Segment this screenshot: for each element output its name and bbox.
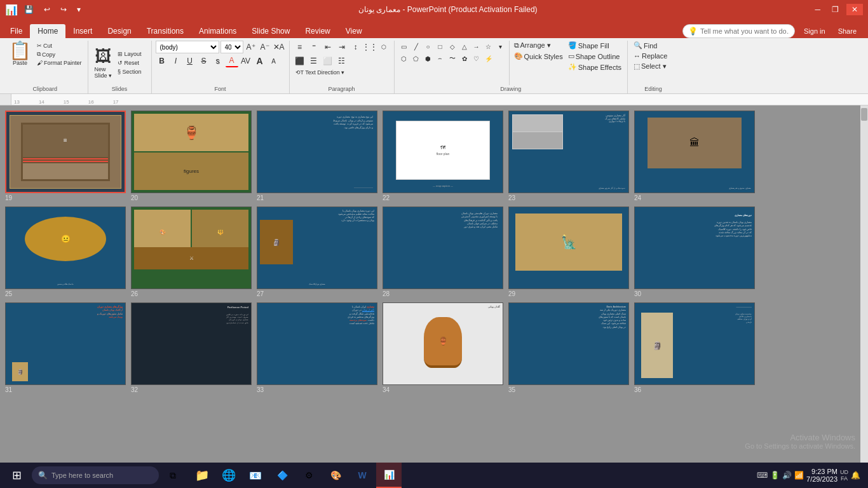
arc-shape[interactable]: ⌢ — [435, 53, 446, 64]
slide-thumb-35[interactable]: Doric Architecture معماری دوریک یکی از س… — [508, 302, 629, 393]
slide-thumb-27[interactable]: این دوره معماری یونان باستان با ساخت معا… — [257, 207, 377, 297]
slide-thumb-33[interactable]: معماری ایران باستان با تأثیر از یونان در… — [257, 302, 377, 393]
tab-transitions[interactable]: Transitions — [139, 24, 191, 38]
shape-outline-button[interactable]: ▭ Shape Outline — [566, 51, 623, 61]
triangle-shape[interactable]: △ — [459, 41, 470, 52]
taskbar-app-settings[interactable]: ⚙ — [296, 463, 322, 488]
bullets-button[interactable]: ≡ — [294, 41, 306, 53]
font-size-select[interactable]: 40 — [220, 41, 243, 53]
numbering-button[interactable]: ⁼ — [308, 41, 320, 53]
tab-slideshow[interactable]: Slide Show — [244, 24, 297, 38]
start-button[interactable]: ⊞ — [3, 463, 31, 488]
taskbar-app-bluetooth[interactable]: 🔷 — [269, 463, 295, 488]
more-shapes[interactable]: ▾ — [495, 41, 506, 52]
tell-me-box[interactable]: 💡 — [682, 24, 795, 38]
font-color-button[interactable]: A — [226, 55, 238, 67]
tab-review[interactable]: Review — [297, 24, 337, 38]
copy-button[interactable]: ⧉ Copy — [35, 50, 84, 58]
justify-button[interactable]: ☷ — [336, 55, 348, 67]
slide-thumb-30[interactable]: دوره‌های معماری معماری یونان باستان به چ… — [634, 207, 755, 297]
shadow-button[interactable]: s — [212, 55, 224, 67]
search-bar[interactable]: 🔍 Type here to search — [32, 466, 159, 484]
tell-me-input[interactable] — [700, 27, 789, 35]
slide-thumb-28[interactable]: معماری دوران هلنیستی یونان باستان با توس… — [383, 207, 503, 297]
strikethrough-button[interactable]: S — [198, 55, 210, 67]
taskbar-app-fileexplorer[interactable]: 📁 — [189, 463, 215, 488]
format-painter-button[interactable]: 🖌 Format Painter — [35, 59, 84, 67]
slide-thumb-24[interactable]: 🏛 معماری مینوی و هنر معماری 24 — [634, 111, 755, 201]
underline-button[interactable]: U — [184, 55, 196, 67]
minimize-button[interactable]: ─ — [811, 4, 824, 15]
align-center-button[interactable]: ☰ — [308, 55, 320, 67]
slide-thumb-25[interactable]: 😐 ماسک طلایی میسن 25 — [5, 207, 126, 297]
shape-effects-button[interactable]: ✨ Shape Effects — [566, 62, 623, 72]
align-right-button[interactable]: ⬜ — [322, 55, 334, 67]
arrange-button[interactable]: ⧉ Arrange ▾ — [512, 41, 565, 50]
clear-formatting-button[interactable]: ✕A — [273, 41, 285, 53]
arrow-shape[interactable]: → — [471, 41, 482, 52]
sign-in-button[interactable]: Sign in — [800, 26, 829, 36]
increase-font-size-button[interactable]: A⁺ — [245, 41, 257, 53]
char-spacing-button[interactable]: AV — [240, 55, 252, 67]
reset-button[interactable]: ↺ Reset — [116, 59, 144, 67]
paste-button[interactable]: 📋 Paste — [6, 41, 34, 67]
bold-button[interactable]: B — [156, 55, 168, 67]
tab-animations[interactable]: Animations — [191, 24, 244, 38]
slide-thumb-21[interactable]: این نوع معماری به نوع معماری دوره مینوسی… — [257, 111, 377, 201]
qat-redo[interactable]: ↪ — [57, 4, 71, 15]
close-button[interactable]: ✕ — [846, 4, 863, 15]
slide-thumb-20[interactable]: 🏺 figures 20 — [131, 111, 252, 201]
cut-button[interactable]: ✂ Cut — [35, 42, 84, 50]
italic-button[interactable]: I — [170, 55, 182, 67]
slide-thumb-23[interactable]: آثار معماری مینوسیشامل کاخ‌های بزرگبا تز… — [508, 111, 629, 201]
slide-thumb-34[interactable]: گلدان یونانی 🏺 34 — [383, 302, 503, 393]
line-spacing-button[interactable]: ↕ — [349, 41, 362, 53]
hex-shape[interactable]: ⬢ — [423, 53, 434, 64]
layout-button[interactable]: ⊞ Layout — [116, 50, 144, 58]
systray-network[interactable]: 📶 — [794, 471, 804, 480]
systray-keyboard[interactable]: ⌨ — [757, 471, 768, 480]
heart-shape[interactable]: ♡ — [471, 53, 482, 64]
rect-shape[interactable]: ▭ — [398, 41, 410, 52]
right-scrollbar[interactable] — [860, 105, 868, 470]
taskbar-app-mail[interactable]: 📧 — [243, 463, 268, 488]
new-slide-button[interactable]: 🖼 NewSlide ▾ — [92, 45, 115, 80]
qat-undo[interactable]: ↩ — [40, 4, 54, 15]
flower-shape[interactable]: ✿ — [459, 53, 470, 64]
taskbar-app-word[interactable]: W — [349, 463, 375, 488]
task-view-button[interactable]: ⧉ — [160, 463, 186, 488]
columns-button[interactable]: ⋮⋮ — [363, 41, 376, 53]
slide-thumb-32[interactable]: Parthenon Period این دوره که به دوره پری… — [131, 302, 252, 393]
star-shape[interactable]: ☆ — [483, 41, 494, 52]
taskbar-language[interactable]: UDFA — [840, 469, 848, 482]
tab-design[interactable]: Design — [100, 24, 139, 38]
diamond-shape[interactable]: ◇ — [447, 41, 458, 52]
select-button[interactable]: ⬚ Select ▾ — [632, 62, 668, 71]
decrease-font-size-button[interactable]: A⁻ — [259, 41, 271, 53]
tab-home[interactable]: Home — [30, 24, 65, 38]
taskbar-app-paint[interactable]: 🎨 — [323, 463, 348, 488]
shape-fill-button[interactable]: 🪣 Shape Fill — [566, 41, 623, 50]
trapezoid-shape[interactable]: ⬡ — [398, 53, 410, 64]
notification-icon[interactable]: 🔔 — [851, 471, 860, 480]
slide-panel[interactable]: 🏛 19 🏺 figures 20 — [0, 105, 860, 470]
scrollbar-thumb[interactable] — [861, 108, 867, 121]
increase-indent-button[interactable]: ⇥ — [336, 41, 348, 53]
restore-button[interactable]: ❐ — [828, 4, 843, 15]
decrease-indent-button[interactable]: ⇤ — [322, 41, 334, 53]
slide-thumb-36[interactable]: ——————— 🗿 مجسمه‌سازی یونانباستان و تکامل… — [634, 302, 755, 393]
slide-thumb-29[interactable]: 🗽 29 — [508, 207, 629, 297]
text-direction-button[interactable]: ⟲T Text Direction ▾ — [294, 69, 347, 76]
wave-shape[interactable]: 〜 — [447, 53, 458, 64]
tab-insert[interactable]: Insert — [65, 24, 100, 38]
pentagon-shape[interactable]: ⬠ — [410, 53, 422, 64]
slide-thumb-31[interactable]: ویژگی‌های معماری دوران آرکائیک یونان باس… — [5, 302, 126, 393]
systray-volume[interactable]: 🔊 — [782, 471, 792, 480]
rect2-shape[interactable]: □ — [435, 41, 446, 52]
find-button[interactable]: 🔍 Find — [632, 41, 659, 50]
lightning-shape[interactable]: ⚡ — [483, 53, 494, 64]
font-family-select[interactable]: (body) — [156, 41, 219, 53]
taskbar-app-powerpoint[interactable]: 📊 — [376, 463, 402, 488]
font-size-shrink-button[interactable]: A — [268, 55, 280, 67]
font-size-grow-button[interactable]: A — [254, 55, 266, 67]
